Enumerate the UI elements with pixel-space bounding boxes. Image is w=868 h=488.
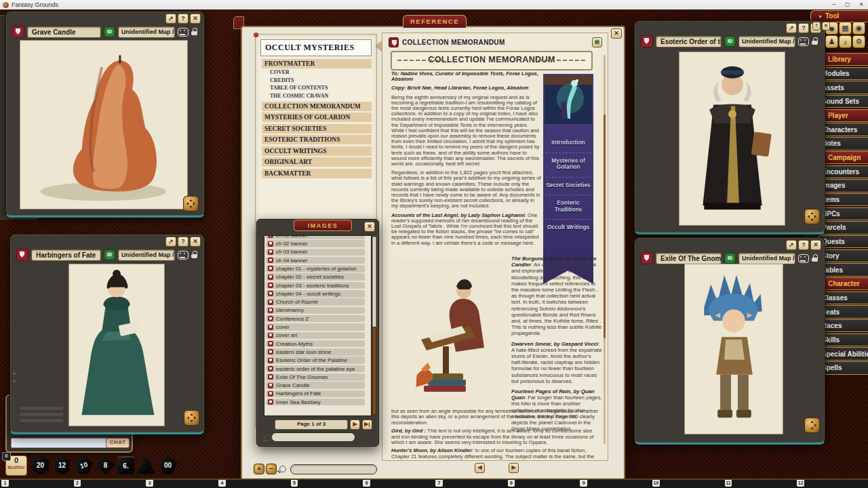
image-list-item[interactable]: ch 04 banner bbox=[266, 257, 365, 264]
toc-entry[interactable]: SECRET SOCIETIES bbox=[262, 124, 372, 134]
mask-icon[interactable] bbox=[178, 251, 189, 260]
bookmark-link[interactable]: Esoteric Traditions bbox=[545, 195, 591, 213]
hotkey-group-tab[interactable]: 4 bbox=[218, 480, 226, 487]
image-list-item[interactable]: Esoteric Order of the Palatine bbox=[266, 357, 365, 364]
tool-icon-button[interactable]: ♟ bbox=[825, 35, 838, 48]
help-button[interactable]: ? bbox=[178, 14, 189, 24]
previous-page-button[interactable]: ◀ bbox=[475, 463, 485, 473]
shrink-button[interactable]: ↗ bbox=[786, 240, 797, 250]
toc-entry[interactable]: ORIGINAL ART bbox=[262, 157, 372, 167]
image-list-item[interactable]: Harbingers of Fate bbox=[266, 390, 365, 398]
link-shield-icon[interactable] bbox=[12, 26, 24, 38]
image-list-item[interactable]: ch 01 banner bbox=[266, 235, 365, 239]
close-button[interactable]: ✕ bbox=[190, 237, 201, 247]
image-list-item[interactable]: ch 02 banner bbox=[266, 240, 365, 247]
help-button[interactable]: ? bbox=[812, 22, 821, 30]
pin-icon[interactable] bbox=[254, 33, 258, 37]
image-viewport[interactable] bbox=[68, 264, 165, 426]
link-shield-icon[interactable] bbox=[641, 35, 653, 47]
zoom-in-button[interactable]: + bbox=[254, 464, 264, 474]
images-search-input[interactable] bbox=[271, 432, 355, 442]
image-list-item[interactable]: chapter 01 - mysteries of golarion bbox=[266, 265, 365, 272]
hotkey-group-tab[interactable]: 3 bbox=[146, 480, 153, 487]
scrollbar-thumb[interactable] bbox=[604, 115, 606, 338]
reference-tab[interactable]: Reference bbox=[403, 15, 467, 28]
chat-input[interactable] bbox=[11, 438, 107, 448]
help-button[interactable]: ? bbox=[798, 240, 809, 250]
last-page-button[interactable]: ▶| bbox=[362, 420, 372, 430]
mask-icon[interactable] bbox=[178, 28, 189, 37]
image-list-item[interactable]: esoteric order of the palatine eye bbox=[266, 365, 365, 373]
image-list-item[interactable]: Exile Of The Gnomes bbox=[266, 373, 365, 381]
reference-search-input[interactable] bbox=[290, 464, 377, 474]
image-list-item[interactable]: Creation-Myths bbox=[266, 340, 365, 348]
map-name-input[interactable]: Unidentified Map / Im bbox=[118, 249, 175, 261]
image-list-item[interactable]: eastern star ioun stone bbox=[266, 348, 365, 356]
close-button[interactable]: ✕ bbox=[364, 222, 375, 232]
next-page-button[interactable]: ▶ bbox=[350, 420, 360, 430]
toc-entry[interactable]: COVER bbox=[267, 68, 372, 77]
image-viewport[interactable] bbox=[684, 264, 783, 434]
images-tab[interactable]: Images bbox=[294, 220, 352, 231]
die[interactable]: 8 bbox=[96, 455, 115, 475]
lock-icon[interactable] bbox=[812, 37, 818, 45]
image-list-item[interactable]: ch 03 banner bbox=[266, 249, 365, 256]
shrink-button[interactable]: ↗ bbox=[165, 237, 176, 247]
hotkey-group-tab[interactable]: 9 bbox=[580, 480, 587, 487]
help-button[interactable]: ? bbox=[178, 237, 189, 247]
toc-entry[interactable]: MYSTERIES OF GOLARION bbox=[262, 113, 372, 122]
mask-icon[interactable] bbox=[798, 254, 809, 263]
bookmark-link[interactable]: Occult Writings bbox=[545, 219, 591, 231]
toc-entry[interactable]: BACKMATTER bbox=[262, 169, 372, 178]
gear-icon[interactable]: ⚙ bbox=[2, 452, 11, 461]
image-list-item[interactable]: Conference Z bbox=[266, 315, 365, 323]
bookmark-link[interactable]: Secret Societies bbox=[545, 177, 591, 189]
image-list-item[interactable]: cover art bbox=[266, 332, 365, 340]
hotkey-group-tab[interactable]: 1 bbox=[1, 480, 9, 487]
image-list-item[interactable]: chapter 03 - esoteric traditions bbox=[266, 282, 365, 289]
toc-entry[interactable]: THE COSMIC CRAVAN bbox=[267, 92, 372, 100]
chat-tab[interactable]: CHAT bbox=[106, 438, 130, 448]
die[interactable]: 10 bbox=[74, 455, 94, 475]
help-button[interactable]: ? bbox=[798, 23, 809, 33]
hotkey-group-tab[interactable]: 7 bbox=[435, 480, 443, 487]
bookmark-link[interactable]: Mysteries of Golarion bbox=[545, 152, 591, 171]
image-list-item[interactable]: Church of Razmir bbox=[266, 298, 365, 306]
lock-icon[interactable] bbox=[812, 254, 818, 262]
close-button[interactable]: ✕ bbox=[190, 14, 201, 24]
hotkey-group-tab[interactable]: 5 bbox=[291, 480, 298, 487]
hotkey-group-tab[interactable]: 11 bbox=[725, 480, 732, 487]
link-shield-icon[interactable] bbox=[389, 37, 399, 47]
page-indicator[interactable]: Page 1 of 3 bbox=[275, 420, 348, 430]
next-page-button[interactable]: ▶ bbox=[509, 463, 519, 473]
close-button[interactable]: ✕ bbox=[810, 240, 821, 250]
die[interactable]: 00 bbox=[158, 455, 178, 475]
pan-zoom-button[interactable] bbox=[183, 196, 199, 211]
hotkey-group-tab[interactable]: 8 bbox=[508, 480, 515, 487]
close-button[interactable]: ✕ bbox=[611, 28, 622, 39]
scrollbar-thumb[interactable] bbox=[372, 327, 376, 415]
tool-icon-button[interactable]: ▦ bbox=[839, 22, 852, 35]
toc-entry[interactable]: TABLE OF CONTENTS bbox=[267, 84, 372, 92]
close-icon[interactable]: ✕ bbox=[854, 0, 868, 9]
hotkey-group-tab[interactable]: 12 bbox=[797, 480, 804, 487]
image-list-item[interactable]: Grave Candle bbox=[266, 382, 365, 389]
tool-icon-button[interactable]: ⚙ bbox=[852, 35, 865, 48]
id-badge[interactable]: ID bbox=[104, 26, 115, 37]
toc-entry[interactable]: OCCULT WRITINGS bbox=[262, 146, 372, 156]
map-name-input[interactable]: Unidentified Map / Im bbox=[738, 253, 795, 264]
id-badge[interactable]: ID bbox=[724, 253, 736, 264]
window-title-input[interactable]: Harbingers of Fate bbox=[31, 249, 101, 261]
toc-entry[interactable]: ESOTERIC TRADITIONS bbox=[262, 135, 372, 144]
image-viewport[interactable] bbox=[679, 52, 785, 226]
share-button[interactable]: ▣ bbox=[592, 37, 602, 47]
die[interactable]: 6. bbox=[117, 456, 134, 474]
resize-chevron-icon[interactable]: «« bbox=[11, 370, 18, 385]
die[interactable] bbox=[136, 455, 156, 475]
id-badge[interactable]: ID bbox=[104, 249, 115, 260]
tool-icon-button[interactable]: ◉ bbox=[852, 22, 865, 35]
toc-entry[interactable]: CREDITS bbox=[267, 77, 372, 85]
hotkey-group-tab[interactable]: 2 bbox=[74, 480, 81, 487]
bookmark-link[interactable]: Introduction bbox=[545, 135, 591, 146]
link-shield-icon[interactable] bbox=[641, 252, 653, 264]
